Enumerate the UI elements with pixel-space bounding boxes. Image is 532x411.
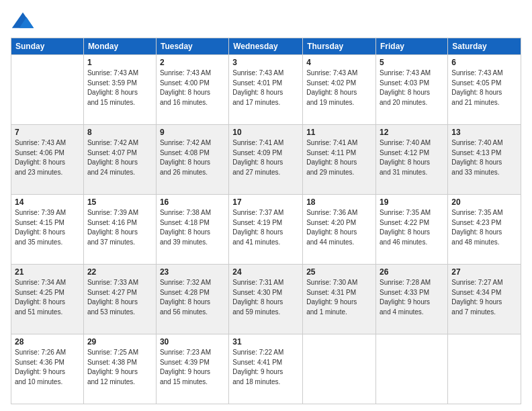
calendar-cell: 26Sunrise: 7:28 AMSunset: 4:33 PMDayligh… [376,265,448,334]
day-info: Sunrise: 7:40 AMSunset: 4:12 PMDaylight:… [380,138,444,177]
day-number: 2 [160,58,225,67]
weekday-header: Monday [83,38,156,55]
calendar-cell [11,55,84,125]
day-info: Sunrise: 7:31 AMSunset: 4:30 PMDaylight:… [232,278,299,317]
day-number: 27 [451,267,517,277]
day-info: Sunrise: 7:32 AMSunset: 4:28 PMDaylight:… [160,278,225,317]
day-info: Sunrise: 7:38 AMSunset: 4:18 PMDaylight:… [160,208,225,247]
calendar-cell: 31Sunrise: 7:22 AMSunset: 4:41 PMDayligh… [229,334,303,404]
calendar-cell: 5Sunrise: 7:43 AMSunset: 4:03 PMDaylight… [376,55,448,125]
day-info: Sunrise: 7:43 AMSunset: 4:02 PMDaylight:… [306,68,372,107]
day-number: 20 [451,197,517,207]
day-info: Sunrise: 7:30 AMSunset: 4:31 PMDaylight:… [306,278,372,317]
calendar-cell: 18Sunrise: 7:36 AMSunset: 4:20 PMDayligh… [303,195,376,265]
calendar-cell: 24Sunrise: 7:31 AMSunset: 4:30 PMDayligh… [229,265,303,334]
calendar-cell: 22Sunrise: 7:33 AMSunset: 4:27 PMDayligh… [83,265,156,334]
day-info: Sunrise: 7:43 AMSunset: 4:05 PMDaylight:… [451,68,517,107]
calendar-cell: 27Sunrise: 7:27 AMSunset: 4:34 PMDayligh… [448,265,521,334]
calendar-cell: 10Sunrise: 7:41 AMSunset: 4:09 PMDayligh… [229,125,303,195]
calendar-cell: 7Sunrise: 7:43 AMSunset: 4:06 PMDaylight… [11,125,84,195]
calendar-cell: 17Sunrise: 7:37 AMSunset: 4:19 PMDayligh… [229,195,303,265]
day-info: Sunrise: 7:36 AMSunset: 4:20 PMDaylight:… [306,208,372,247]
logo-icon [11,11,35,31]
weekday-header-row: SundayMondayTuesdayWednesdayThursdayFrid… [11,38,521,55]
header [11,11,521,31]
day-info: Sunrise: 7:43 AMSunset: 4:03 PMDaylight:… [380,68,444,107]
calendar-cell: 2Sunrise: 7:43 AMSunset: 4:00 PMDaylight… [156,55,228,125]
calendar-cell: 30Sunrise: 7:23 AMSunset: 4:39 PMDayligh… [156,334,228,404]
day-info: Sunrise: 7:39 AMSunset: 4:16 PMDaylight:… [87,208,152,247]
day-number: 1 [87,58,152,67]
day-number: 30 [160,337,225,347]
day-info: Sunrise: 7:33 AMSunset: 4:27 PMDaylight:… [87,278,152,317]
day-info: Sunrise: 7:41 AMSunset: 4:09 PMDaylight:… [232,138,299,177]
day-number: 5 [380,58,444,67]
calendar-week-row: 1Sunrise: 7:43 AMSunset: 3:59 PMDaylight… [11,55,521,125]
calendar-cell: 6Sunrise: 7:43 AMSunset: 4:05 PMDaylight… [448,55,521,125]
day-number: 25 [306,267,372,277]
day-number: 14 [15,197,80,207]
calendar-week-row: 21Sunrise: 7:34 AMSunset: 4:25 PMDayligh… [11,265,521,334]
calendar-cell [448,334,521,404]
calendar-cell [303,334,376,404]
day-number: 10 [232,128,299,137]
calendar-cell: 13Sunrise: 7:40 AMSunset: 4:13 PMDayligh… [448,125,521,195]
calendar-cell: 12Sunrise: 7:40 AMSunset: 4:12 PMDayligh… [376,125,448,195]
day-number: 3 [232,58,299,67]
day-info: Sunrise: 7:23 AMSunset: 4:39 PMDaylight:… [160,348,225,387]
day-info: Sunrise: 7:43 AMSunset: 3:59 PMDaylight:… [87,68,152,107]
day-number: 26 [380,267,444,277]
day-number: 15 [87,197,152,207]
calendar-cell: 11Sunrise: 7:41 AMSunset: 4:11 PMDayligh… [303,125,376,195]
calendar-cell: 19Sunrise: 7:35 AMSunset: 4:22 PMDayligh… [376,195,448,265]
day-info: Sunrise: 7:40 AMSunset: 4:13 PMDaylight:… [451,138,517,177]
calendar-cell: 20Sunrise: 7:35 AMSunset: 4:23 PMDayligh… [448,195,521,265]
day-number: 31 [232,337,299,347]
calendar-week-row: 7Sunrise: 7:43 AMSunset: 4:06 PMDaylight… [11,125,521,195]
calendar-cell: 29Sunrise: 7:25 AMSunset: 4:38 PMDayligh… [83,334,156,404]
day-info: Sunrise: 7:34 AMSunset: 4:25 PMDaylight:… [15,278,80,317]
day-info: Sunrise: 7:22 AMSunset: 4:41 PMDaylight:… [232,348,299,387]
day-info: Sunrise: 7:35 AMSunset: 4:23 PMDaylight:… [451,208,517,247]
day-info: Sunrise: 7:43 AMSunset: 4:01 PMDaylight:… [232,68,299,107]
weekday-header: Friday [376,38,448,55]
calendar-cell: 1Sunrise: 7:43 AMSunset: 3:59 PMDaylight… [83,55,156,125]
day-number: 7 [15,128,80,137]
day-info: Sunrise: 7:37 AMSunset: 4:19 PMDaylight:… [232,208,299,247]
calendar-cell: 25Sunrise: 7:30 AMSunset: 4:31 PMDayligh… [303,265,376,334]
calendar-cell: 8Sunrise: 7:42 AMSunset: 4:07 PMDaylight… [83,125,156,195]
logo [11,11,39,31]
day-number: 9 [160,128,225,137]
day-number: 18 [306,197,372,207]
calendar-cell: 21Sunrise: 7:34 AMSunset: 4:25 PMDayligh… [11,265,84,334]
calendar-table: SundayMondayTuesdayWednesdayThursdayFrid… [11,38,521,404]
day-number: 6 [451,58,517,67]
day-info: Sunrise: 7:27 AMSunset: 4:34 PMDaylight:… [451,278,517,317]
day-info: Sunrise: 7:41 AMSunset: 4:11 PMDaylight:… [306,138,372,177]
day-number: 11 [306,128,372,137]
day-info: Sunrise: 7:43 AMSunset: 4:06 PMDaylight:… [15,138,80,177]
day-info: Sunrise: 7:42 AMSunset: 4:07 PMDaylight:… [87,138,152,177]
calendar-cell: 28Sunrise: 7:26 AMSunset: 4:36 PMDayligh… [11,334,84,404]
day-info: Sunrise: 7:25 AMSunset: 4:38 PMDaylight:… [87,348,152,387]
day-info: Sunrise: 7:26 AMSunset: 4:36 PMDaylight:… [15,348,80,387]
day-number: 24 [232,267,299,277]
day-number: 13 [451,128,517,137]
calendar-cell: 9Sunrise: 7:42 AMSunset: 4:08 PMDaylight… [156,125,228,195]
calendar-cell: 23Sunrise: 7:32 AMSunset: 4:28 PMDayligh… [156,265,228,334]
calendar-cell: 3Sunrise: 7:43 AMSunset: 4:01 PMDaylight… [229,55,303,125]
day-number: 19 [380,197,444,207]
weekday-header: Wednesday [229,38,303,55]
calendar-cell: 16Sunrise: 7:38 AMSunset: 4:18 PMDayligh… [156,195,228,265]
weekday-header: Thursday [303,38,376,55]
weekday-header: Saturday [448,38,521,55]
day-number: 22 [87,267,152,277]
day-number: 28 [15,337,80,347]
day-number: 21 [15,267,80,277]
weekday-header: Sunday [11,38,84,55]
day-number: 4 [306,58,372,67]
day-number: 16 [160,197,225,207]
day-number: 8 [87,128,152,137]
calendar-week-row: 28Sunrise: 7:26 AMSunset: 4:36 PMDayligh… [11,334,521,404]
weekday-header: Tuesday [156,38,228,55]
